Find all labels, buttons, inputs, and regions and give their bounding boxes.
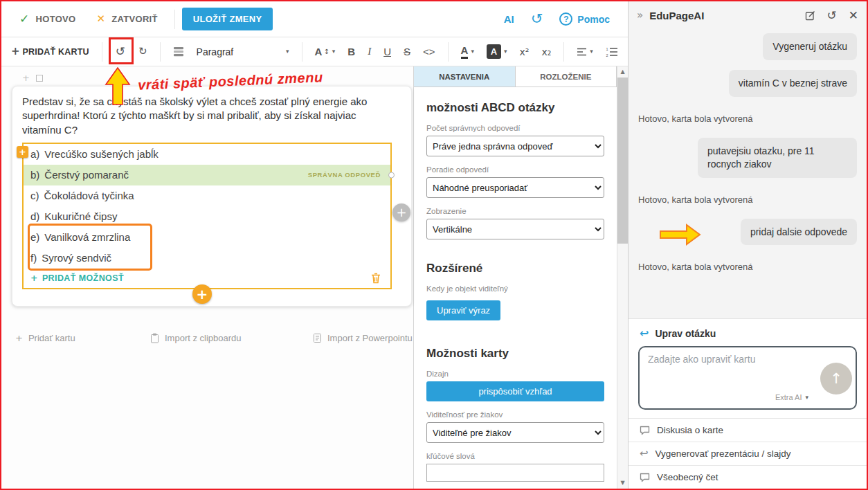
ai-chat-messages: Vygeneruj otázku vitamín C v beznej stra…: [629, 29, 867, 318]
display-select[interactable]: Vertikálne: [426, 219, 604, 239]
superscript-button[interactable]: x²: [514, 44, 534, 60]
add-card-below-button[interactable]: +: [192, 284, 212, 304]
visibility-select[interactable]: Viditeľné pre žiakov: [426, 422, 604, 443]
underline-button[interactable]: U: [378, 42, 397, 61]
extra-ai-dropdown[interactable]: Extra AI ▾: [775, 393, 808, 401]
code-icon: <>: [423, 46, 435, 57]
correct-count-label: Počet správnych odpovedí: [426, 124, 604, 132]
option-row-b-correct[interactable]: b) Čerstvý pomaranč SPRÁVNA ODPOVEĎ: [24, 165, 390, 185]
strikethrough-button[interactable]: S: [398, 42, 416, 61]
customize-look-button[interactable]: prispôsobiť vzhľad: [426, 381, 604, 401]
chevron-down-icon: ▾: [332, 48, 336, 55]
footer-add-card-label: Pridať kartu: [28, 333, 75, 343]
align-dropdown[interactable]: ▾: [571, 44, 599, 60]
text-color-icon: A: [461, 44, 469, 59]
generate-presentation-row[interactable]: ↩ Vygenerovať prezentáciu / slajdy: [629, 442, 867, 465]
option-letter: f): [30, 252, 37, 264]
question-card[interactable]: Predstav si, že sa chystáš na školský vý…: [12, 86, 412, 307]
option-row-e[interactable]: e) Vanilková zmrzlina: [24, 227, 390, 248]
layers-icon: [173, 46, 184, 57]
layers-button[interactable]: [168, 43, 190, 60]
work-area: + Predstav si, že sa chystáš na školský …: [1, 66, 628, 489]
scroll-down-icon[interactable]: ▼: [617, 478, 628, 489]
scroll-up-icon[interactable]: ▲: [617, 66, 628, 78]
footer-add-card-button[interactable]: + Pridať kartu: [15, 333, 75, 343]
close-editor-button[interactable]: ✕ ZATVORIŤ: [87, 10, 167, 28]
add-option-button[interactable]: + PRIDAŤ MOŽNOSŤ: [24, 269, 390, 288]
scrollbar-thumb[interactable]: [617, 78, 628, 244]
edit-question-header[interactable]: ↩ Uprav otázku: [629, 319, 867, 345]
edit-expression-button[interactable]: Upraviť výraz: [426, 300, 500, 320]
trash-icon[interactable]: [371, 273, 381, 284]
help-button[interactable]: ? Pomoc: [559, 12, 610, 26]
keywords-input[interactable]: [426, 464, 604, 482]
option-row-a[interactable]: a) Vrecúško sušených jabĺk: [24, 144, 390, 165]
bold-button[interactable]: B: [342, 42, 361, 61]
paragraph-style-dropdown[interactable]: Paragraf ▾: [191, 43, 295, 61]
discussion-about-card-row[interactable]: Diskusia o karte: [629, 418, 867, 442]
ai-button[interactable]: AI: [504, 13, 514, 25]
advanced-heading: Rozšírené: [426, 262, 604, 275]
add-card-button[interactable]: + PRIDAŤ KARTU: [6, 43, 95, 60]
question-text[interactable]: Predstav si, že sa chystáš na školský vý…: [22, 95, 401, 137]
divider: [448, 42, 449, 62]
done-button[interactable]: ✓ HOTOVO: [10, 9, 85, 29]
undo-button[interactable]: ↺: [109, 42, 132, 62]
close-label: ZATVORIŤ: [111, 14, 157, 24]
abcd-options-heading: možnosti ABCD otázky: [426, 101, 604, 115]
compose-icon[interactable]: [805, 10, 815, 21]
option-row-d[interactable]: d) Kukuričné čipsy: [24, 206, 390, 227]
correct-answer-badge: SPRÁVNA ODPOVEĎ: [308, 171, 383, 179]
chevron-down-icon: ▾: [504, 48, 507, 55]
settings-scrollbar[interactable]: ▲ ▼: [617, 66, 628, 489]
option-row-f[interactable]: f) Syrový sendvič: [24, 248, 390, 269]
insert-element-button[interactable]: +: [392, 203, 410, 221]
import-clipboard-button[interactable]: Import z clipboardu: [150, 333, 242, 343]
font-size-dropdown[interactable]: A ↕ ▾: [309, 42, 341, 61]
ordered-list-button[interactable]: 1 2: [600, 44, 624, 60]
card-mini-controls[interactable]: +: [22, 73, 43, 82]
correct-count-select[interactable]: Práve jedna správna odpoveď: [426, 136, 604, 156]
svg-text:1: 1: [606, 47, 608, 51]
tab-layout[interactable]: ROZLOŽENIE: [516, 66, 617, 87]
up-arrow-icon: ↑: [830, 372, 842, 386]
chat-icon: [640, 426, 650, 435]
ai-status-message: Hotovo, karta bola vytvorená: [638, 262, 752, 272]
text-color-dropdown[interactable]: A ▾: [455, 41, 480, 62]
highlight-color-dropdown[interactable]: A ▾: [481, 41, 513, 62]
display-label: Zobrazenie: [426, 207, 604, 215]
user-message: pridaj dalsie odpovede: [741, 219, 857, 246]
clipboard-icon: [150, 333, 159, 343]
import-powerpoint-button[interactable]: Import z Powerpointu: [313, 333, 413, 343]
question-icon: ?: [559, 12, 572, 26]
option-letter: e): [30, 231, 39, 243]
tab-settings[interactable]: NASTAVENIA: [414, 66, 516, 87]
ai-close-icon[interactable]: ✕: [849, 10, 858, 21]
ai-panel-header: » EduPageAI ↺ ✕: [629, 1, 867, 29]
import-clipboard-label: Import z clipboardu: [165, 333, 242, 343]
option-text: Čokoládová tyčinka: [44, 190, 134, 201]
option-text: Kukuričné čipsy: [44, 210, 117, 222]
add-option-label: PRIDAŤ MOŽNOSŤ: [42, 273, 124, 283]
answer-order-select[interactable]: Náhodné preusporiadať: [426, 177, 604, 198]
ai-status-message: Hotovo, karta bola vytvorená: [638, 114, 752, 124]
general-chat-row[interactable]: Všeobecný čet: [629, 465, 867, 489]
send-button[interactable]: ↑: [820, 363, 852, 394]
collapse-panel-icon[interactable]: »: [637, 10, 643, 21]
updown-icon: ↕: [323, 48, 329, 55]
italic-button[interactable]: I: [362, 42, 377, 61]
subscript-button[interactable]: x₂: [536, 44, 557, 60]
document-icon: [313, 333, 322, 343]
ai-history-icon[interactable]: ↺: [827, 10, 837, 21]
subscript-icon: x₂: [541, 47, 551, 57]
code-button[interactable]: <>: [417, 42, 441, 61]
option-text: Vanilková zmrzlina: [44, 231, 130, 243]
save-changes-button[interactable]: ULOŽIŤ ZMENY: [182, 8, 273, 30]
done-label: HOTOVO: [36, 14, 76, 24]
add-option-chip[interactable]: +: [17, 146, 28, 158]
redo-button[interactable]: ↻: [133, 43, 153, 60]
history-icon[interactable]: ↺: [531, 12, 543, 26]
option-letter: b): [30, 169, 39, 181]
user-message: vitamín C v beznej strave: [729, 70, 857, 97]
option-row-c[interactable]: c) Čokoládová tyčinka: [24, 185, 390, 206]
